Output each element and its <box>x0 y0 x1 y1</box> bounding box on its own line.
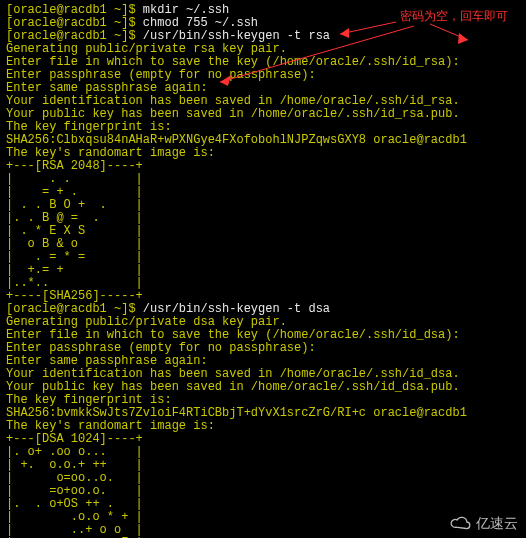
command-chmod: chmod 755 ~/.ssh <box>143 16 258 30</box>
prompt: [oracle@racdb1 ~]$ <box>6 302 143 316</box>
cloud-icon <box>448 514 474 532</box>
watermark-text: 亿速云 <box>476 517 518 530</box>
annotation-text: 密码为空，回车即可 <box>400 10 508 23</box>
command-keygen-rsa: /usr/bin/ssh-keygen -t rsa <box>143 29 330 43</box>
watermark: 亿速云 <box>448 514 518 532</box>
prompt: [oracle@racdb1 ~]$ <box>6 16 143 30</box>
terminal-window[interactable]: [oracle@racdb1 ~]$ mkdir ~/.ssh [oracle@… <box>0 0 526 538</box>
command-mkdir: mkdir ~/.ssh <box>143 3 229 17</box>
prompt: [oracle@racdb1 ~]$ <box>6 3 143 17</box>
command-keygen-dsa: /usr/bin/ssh-keygen -t dsa <box>143 302 330 316</box>
prompt: [oracle@racdb1 ~]$ <box>6 29 143 43</box>
